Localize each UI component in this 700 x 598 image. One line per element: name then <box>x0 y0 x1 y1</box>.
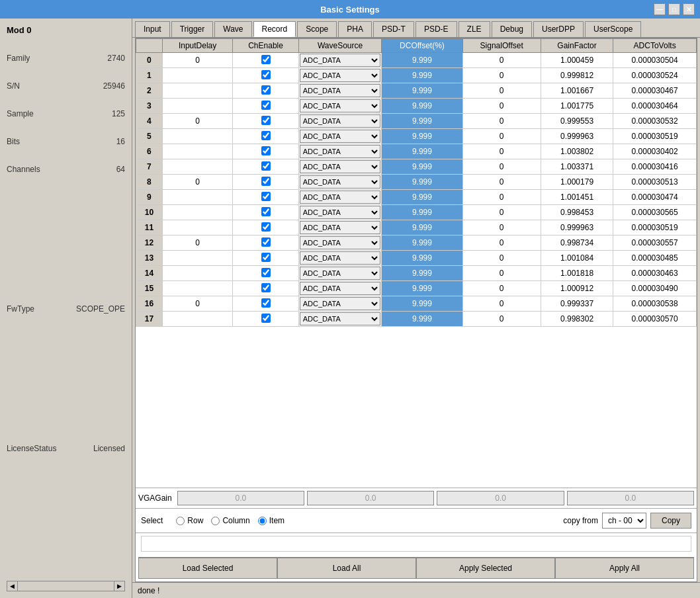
cell-chenable[interactable] <box>233 53 298 68</box>
radio-column[interactable]: Column <box>211 516 249 525</box>
vgagain-input-3[interactable] <box>437 491 564 505</box>
cell-wavesource[interactable]: ADC_DATA <box>298 266 382 281</box>
cell-inputdelay[interactable] <box>162 144 232 159</box>
radio-row[interactable]: Row <box>176 516 203 525</box>
cell-wavesource[interactable]: ADC_DATA <box>298 159 382 175</box>
tab-input[interactable]: Input <box>135 21 170 37</box>
cell-signaloffset[interactable]: 0 <box>462 99 541 114</box>
vgagain-input-1[interactable] <box>177 491 304 505</box>
load-selected-button[interactable]: Load Selected <box>138 558 277 579</box>
cell-gainfactor[interactable]: 1.000179 <box>541 175 613 190</box>
cell-gainfactor[interactable]: 0.998734 <box>541 235 613 251</box>
cell-inputdelay[interactable] <box>162 312 232 327</box>
select-wavesource[interactable]: ADC_DATA <box>300 191 381 204</box>
cell-chenable[interactable] <box>233 281 298 296</box>
cell-dcoffset[interactable]: 9.999 <box>382 281 462 296</box>
checkbox-chenable[interactable] <box>261 253 271 262</box>
cell-inputdelay[interactable]: 0 <box>162 296 232 312</box>
cell-adctovolts[interactable]: 0.000030538 <box>613 296 697 312</box>
select-wavesource[interactable]: ADC_DATA <box>300 175 381 189</box>
cell-inputdelay[interactable]: 0 <box>162 114 232 129</box>
cell-dcoffset[interactable]: 9.999 <box>382 296 462 312</box>
cell-adctovolts[interactable]: 0.000030463 <box>613 266 697 281</box>
cell-gainfactor[interactable]: 1.001818 <box>541 266 613 281</box>
load-all-button[interactable]: Load All <box>277 558 416 579</box>
cell-signaloffset[interactable]: 0 <box>462 205 541 220</box>
cell-inputdelay[interactable] <box>162 190 232 205</box>
cell-adctovolts[interactable]: 0.000030485 <box>613 251 697 266</box>
scroll-left-arrow[interactable]: ◀ <box>7 581 18 591</box>
cell-signaloffset[interactable]: 0 <box>462 53 541 68</box>
cell-inputdelay[interactable] <box>162 68 232 83</box>
cell-adctovolts[interactable]: 0.000030474 <box>613 190 697 205</box>
tab-psd-e[interactable]: PSD-E <box>416 21 457 37</box>
cell-wavesource[interactable]: ADC_DATA <box>298 99 382 114</box>
cell-gainfactor[interactable]: 1.001451 <box>541 190 613 205</box>
cell-dcoffset[interactable]: 9.999 <box>382 83 462 99</box>
cell-dcoffset[interactable]: 9.999 <box>382 53 462 68</box>
tab-psd-t[interactable]: PSD-T <box>373 21 414 37</box>
select-wavesource[interactable]: ADC_DATA <box>300 206 381 219</box>
checkbox-chenable[interactable] <box>261 222 271 232</box>
checkbox-chenable[interactable] <box>261 131 271 140</box>
tab-zle[interactable]: ZLE <box>459 21 490 37</box>
cell-signaloffset[interactable]: 0 <box>462 83 541 99</box>
select-wavesource[interactable]: ADC_DATA <box>300 282 381 295</box>
cell-wavesource[interactable]: ADC_DATA <box>298 144 382 159</box>
cell-adctovolts[interactable]: 0.000030513 <box>613 175 697 190</box>
radio-row-input[interactable] <box>176 517 185 525</box>
cell-gainfactor[interactable]: 1.001775 <box>541 99 613 114</box>
cell-gainfactor[interactable]: 0.999337 <box>541 296 613 312</box>
cell-chenable[interactable] <box>233 175 298 190</box>
checkbox-chenable[interactable] <box>261 85 271 95</box>
select-wavesource[interactable]: ADC_DATA <box>300 160 381 173</box>
select-wavesource[interactable]: ADC_DATA <box>300 251 381 265</box>
cell-inputdelay[interactable] <box>162 266 232 281</box>
select-wavesource[interactable]: ADC_DATA <box>300 54 381 67</box>
cell-chenable[interactable] <box>233 129 298 144</box>
cell-wavesource[interactable]: ADC_DATA <box>298 53 382 68</box>
cell-inputdelay[interactable] <box>162 99 232 114</box>
select-wavesource[interactable]: ADC_DATA <box>300 312 381 325</box>
cell-signaloffset[interactable]: 0 <box>462 281 541 296</box>
cell-dcoffset[interactable]: 9.999 <box>382 99 462 114</box>
cell-gainfactor[interactable]: 0.999963 <box>541 129 613 144</box>
scroll-right-arrow[interactable]: ▶ <box>114 581 124 591</box>
cell-wavesource[interactable]: ADC_DATA <box>298 190 382 205</box>
apply-selected-button[interactable]: Apply Selected <box>416 558 555 579</box>
cell-adctovolts[interactable]: 0.000030524 <box>613 68 697 83</box>
select-wavesource[interactable]: ADC_DATA <box>300 84 381 97</box>
maximize-button[interactable]: □ <box>668 3 680 15</box>
cell-adctovolts[interactable]: 0.000030519 <box>613 220 697 235</box>
cell-wavesource[interactable]: ADC_DATA <box>298 83 382 99</box>
cell-chenable[interactable] <box>233 99 298 114</box>
cell-dcoffset[interactable]: 9.999 <box>382 266 462 281</box>
select-wavesource[interactable]: ADC_DATA <box>300 297 381 310</box>
window-controls[interactable]: — □ ✕ <box>654 3 695 15</box>
cell-inputdelay[interactable] <box>162 129 232 144</box>
checkbox-chenable[interactable] <box>261 55 271 64</box>
checkbox-chenable[interactable] <box>261 192 271 201</box>
cell-dcoffset[interactable]: 9.999 <box>382 235 462 251</box>
cell-inputdelay[interactable]: 0 <box>162 175 232 190</box>
minimize-button[interactable]: — <box>654 3 666 15</box>
cell-dcoffset[interactable]: 9.999 <box>382 312 462 327</box>
cell-signaloffset[interactable]: 0 <box>462 266 541 281</box>
cell-wavesource[interactable]: ADC_DATA <box>298 205 382 220</box>
checkbox-chenable[interactable] <box>261 101 271 110</box>
cell-gainfactor[interactable]: 1.003802 <box>541 144 613 159</box>
cell-dcoffset[interactable]: 9.999 <box>382 205 462 220</box>
cell-gainfactor[interactable]: 1.003371 <box>541 159 613 175</box>
select-wavesource[interactable]: ADC_DATA <box>300 221 381 234</box>
cell-inputdelay[interactable]: 0 <box>162 53 232 68</box>
cell-gainfactor[interactable]: 0.999553 <box>541 114 613 129</box>
cell-dcoffset[interactable]: 9.999 <box>382 220 462 235</box>
table-container[interactable]: InputDelay ChEnable WaveSource DCOffset(… <box>136 38 697 488</box>
cell-chenable[interactable] <box>233 235 298 251</box>
select-wavesource[interactable]: ADC_DATA <box>300 145 381 158</box>
cell-inputdelay[interactable] <box>162 251 232 266</box>
cell-chenable[interactable] <box>233 266 298 281</box>
cell-gainfactor[interactable]: 0.999963 <box>541 220 613 235</box>
checkbox-chenable[interactable] <box>261 116 271 125</box>
cell-adctovolts[interactable]: 0.000030565 <box>613 205 697 220</box>
